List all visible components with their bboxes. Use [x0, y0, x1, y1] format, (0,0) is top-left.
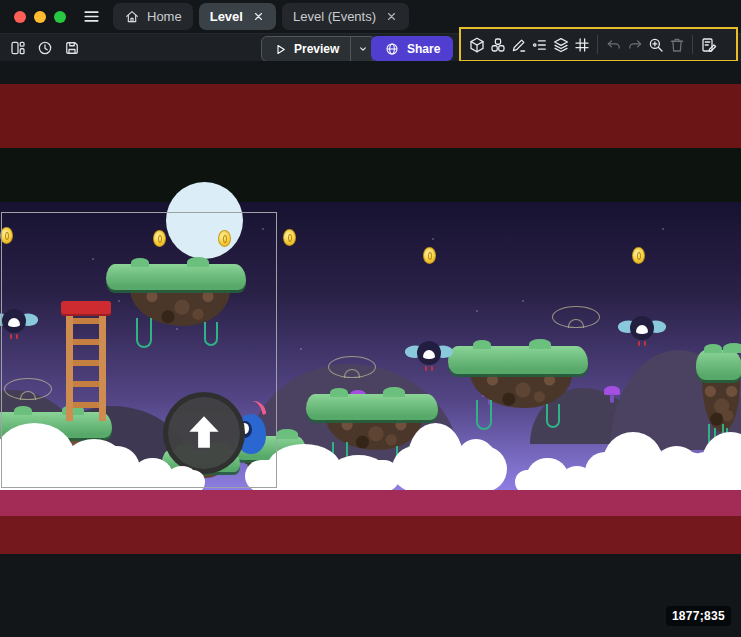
star — [300, 348, 302, 350]
play-icon — [273, 42, 288, 57]
tab-label: Home — [147, 9, 182, 24]
zoom-in-icon[interactable] — [645, 33, 666, 57]
tab-bar: Home Level Level (Events) — [113, 0, 409, 33]
dark-strip — [0, 148, 741, 202]
cloud — [392, 446, 507, 492]
coordinates-badge: 1877;835 — [666, 606, 731, 626]
globe-icon — [384, 41, 400, 57]
island-platform[interactable] — [448, 346, 588, 438]
coin[interactable] — [632, 247, 645, 264]
window-zoom-button[interactable] — [54, 11, 66, 23]
window-controls — [14, 11, 66, 23]
cloud — [685, 452, 741, 492]
coin-slot — [637, 252, 641, 260]
star — [476, 310, 478, 312]
grass-tuft — [529, 339, 551, 349]
window-minimize-button[interactable] — [34, 11, 46, 23]
ghost-outline-arc — [568, 319, 584, 328]
bat-enemy[interactable] — [405, 337, 453, 377]
objects-icon[interactable] — [487, 33, 508, 57]
bottom-red-band[interactable] — [0, 516, 741, 554]
grass-tuft — [704, 344, 722, 353]
coin[interactable] — [283, 229, 296, 246]
toolbar-left-group — [8, 34, 82, 62]
tab-home[interactable]: Home — [113, 3, 193, 30]
scene-canvas[interactable]: 1877;835 — [0, 61, 741, 637]
toolbar-divider — [692, 35, 693, 54]
close-icon[interactable] — [385, 10, 398, 23]
coin-slot — [428, 252, 432, 260]
project-manager-icon[interactable] — [8, 38, 28, 58]
coin-slot — [288, 234, 292, 242]
grass-tuft — [723, 343, 741, 353]
grid-icon[interactable] — [571, 33, 592, 57]
selection-rectangle — [1, 212, 277, 488]
preview-button[interactable]: Preview — [262, 37, 350, 61]
ghost-outline — [552, 306, 600, 328]
instances-list-icon[interactable] — [529, 33, 550, 57]
close-icon[interactable] — [252, 10, 265, 23]
undo-icon — [603, 33, 624, 57]
grass-tuft — [330, 388, 348, 397]
app-window: Home Level Level (Events) — [0, 0, 741, 637]
layers-icon[interactable] — [550, 33, 571, 57]
scene-tools-highlight — [459, 27, 738, 62]
star — [522, 300, 524, 302]
island-grass — [696, 350, 741, 380]
events-editor-icon[interactable] — [698, 33, 719, 57]
star — [432, 238, 434, 240]
pencil-icon[interactable] — [508, 33, 529, 57]
tab-level-events[interactable]: Level (Events) — [282, 3, 409, 30]
vine — [546, 404, 560, 428]
star — [662, 228, 664, 230]
history-icon[interactable] — [35, 38, 55, 58]
save-icon[interactable] — [62, 38, 82, 58]
grass-tuft — [383, 387, 405, 397]
bat-eye — [636, 325, 648, 334]
bat-claw — [644, 341, 646, 346]
coin[interactable] — [423, 247, 436, 264]
hamburger-icon — [82, 7, 101, 26]
preview-button-group: Preview — [261, 36, 376, 62]
grass-tuft — [473, 340, 491, 349]
ghost-outline — [328, 356, 376, 378]
home-icon — [124, 9, 140, 25]
cloud-puff — [454, 439, 498, 492]
window-close-button[interactable] — [14, 11, 26, 23]
tab-label: Level (Events) — [293, 9, 376, 24]
redo-icon — [624, 33, 645, 57]
island-grass — [448, 346, 588, 374]
chevron-down-icon — [356, 42, 370, 56]
magenta-ground-band[interactable] — [0, 490, 741, 516]
tab-level[interactable]: Level — [199, 3, 276, 30]
share-button[interactable]: Share — [371, 36, 453, 61]
bat-eye — [423, 350, 435, 359]
bat-claw — [638, 341, 640, 346]
cloud-puff — [329, 455, 388, 492]
top-red-band[interactable] — [0, 84, 741, 148]
island-grass — [306, 394, 438, 420]
bat-claw — [425, 366, 427, 371]
main-menu-button[interactable] — [80, 5, 103, 28]
mushroom — [604, 386, 620, 404]
cube-3d-icon[interactable] — [466, 33, 487, 57]
grass-tuft — [276, 429, 298, 439]
vine — [476, 400, 492, 430]
ghost-outline-arc — [344, 369, 360, 378]
tab-label: Level — [210, 9, 243, 24]
bat-claw — [431, 366, 433, 371]
bat-enemy[interactable] — [618, 312, 666, 352]
share-label: Share — [407, 42, 440, 56]
preview-label: Preview — [294, 42, 339, 56]
toolbar-divider — [597, 35, 598, 54]
trash-icon — [666, 33, 687, 57]
mushroom-stem — [610, 394, 614, 403]
